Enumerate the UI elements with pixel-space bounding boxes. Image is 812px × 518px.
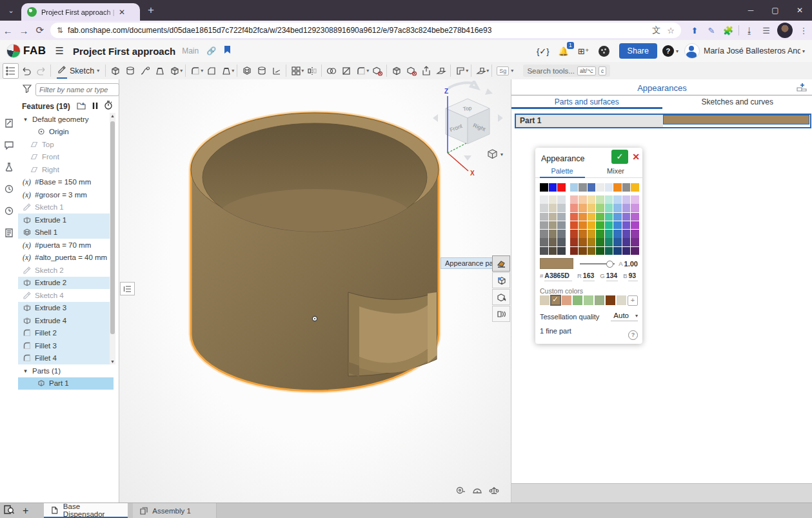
- feature-list-toggle-icon[interactable]: [3, 63, 19, 79]
- palette-swatch[interactable]: [631, 204, 639, 212]
- tab-sketches-and-curves[interactable]: Sketches and curves: [662, 95, 812, 109]
- part-appearance-row[interactable]: Part 1: [515, 114, 811, 128]
- palette-swatch[interactable]: [579, 204, 587, 212]
- measure-panel-button[interactable]: [492, 306, 510, 322]
- appearance-panel-button[interactable]: [492, 255, 510, 272]
- palette-swatch[interactable]: [549, 238, 557, 246]
- tab-search-icon[interactable]: ⌄: [3, 3, 19, 17]
- protractor-icon[interactable]: [472, 485, 482, 498]
- feature-row[interactable]: (x)#grosor = 3 mm: [18, 188, 114, 201]
- quick-color-swatch[interactable]: [549, 183, 557, 192]
- palette-swatch[interactable]: [605, 230, 613, 238]
- tab-mixer[interactable]: Mixer: [589, 167, 642, 177]
- palette-swatch[interactable]: [570, 238, 579, 246]
- palette-swatch[interactable]: [549, 204, 557, 212]
- translate-icon[interactable]: 文: [652, 25, 660, 36]
- palette-swatch[interactable]: [570, 213, 579, 221]
- boolean-icon[interactable]: [324, 64, 339, 78]
- new-tab-button[interactable]: +: [148, 4, 154, 17]
- palette-swatch[interactable]: [613, 221, 622, 230]
- copy-link-icon[interactable]: 🔗: [206, 46, 216, 55]
- palette-swatch[interactable]: [613, 247, 622, 255]
- palette-swatch[interactable]: [570, 195, 579, 204]
- custom-color-swatch[interactable]: [562, 295, 571, 305]
- feature-row[interactable]: Right: [18, 163, 114, 176]
- palette-swatch[interactable]: [557, 204, 566, 212]
- palette-swatch[interactable]: [549, 230, 557, 238]
- palette-swatch[interactable]: [622, 230, 631, 238]
- replace-face-icon[interactable]: [404, 64, 419, 78]
- palette-swatch[interactable]: [579, 247, 587, 255]
- extension-box-icon[interactable]: ⬆: [686, 26, 703, 35]
- palette-swatch[interactable]: [557, 213, 566, 221]
- quick-color-swatch[interactable]: [613, 183, 622, 192]
- palette-swatch[interactable]: [579, 195, 587, 204]
- chevron-down-icon[interactable]: ▾: [22, 116, 29, 123]
- document-edit-icon[interactable]: [4, 118, 14, 131]
- feature-row[interactable]: Shell 1: [18, 226, 114, 239]
- palette-swatch[interactable]: [605, 247, 613, 255]
- feature-row[interactable]: Fillet 3: [18, 339, 114, 352]
- palette-swatch[interactable]: [549, 221, 557, 230]
- help-caret-icon[interactable]: ▾: [676, 48, 678, 54]
- green-input[interactable]: 134: [606, 272, 618, 281]
- palette-swatch[interactable]: [605, 221, 613, 230]
- browser-menu-icon[interactable]: ⋮: [795, 26, 812, 35]
- comments-icon[interactable]: [4, 140, 14, 153]
- tab-parts-and-surfaces[interactable]: Parts and surfaces: [511, 95, 662, 109]
- palette-swatch[interactable]: [613, 230, 622, 238]
- workspace-label[interactable]: Main: [182, 46, 199, 55]
- scrollbar-thumb[interactable]: [110, 121, 115, 334]
- suspend-icon[interactable]: [92, 101, 98, 112]
- feature-row[interactable]: Front: [18, 151, 114, 164]
- fab-logo-icon[interactable]: [6, 44, 21, 58]
- feature-row[interactable]: Extrude 2: [18, 277, 114, 290]
- palette-swatch[interactable]: [605, 213, 613, 221]
- palette-swatch[interactable]: [622, 213, 631, 221]
- reading-list-icon[interactable]: ☰: [758, 26, 775, 35]
- palette-swatch[interactable]: [570, 230, 579, 238]
- sweep-icon[interactable]: [137, 64, 152, 78]
- filter-funnel-icon[interactable]: [23, 84, 32, 95]
- custom-color-swatch[interactable]: [573, 295, 582, 305]
- hole-icon[interactable]: [254, 64, 269, 78]
- tape-measure-icon[interactable]: [455, 485, 466, 498]
- sketch-group-button[interactable]: Sg: [497, 66, 509, 75]
- model-viewport[interactable]: Top Front Right Z X ▾ Appearance panel: [119, 79, 511, 503]
- share-button[interactable]: Share: [619, 43, 657, 59]
- palette-swatch[interactable]: [622, 195, 631, 204]
- palette-swatch[interactable]: [622, 247, 631, 255]
- palette-swatch[interactable]: [588, 204, 596, 212]
- close-button[interactable]: ✕: [787, 6, 812, 15]
- delete-face-icon[interactable]: [370, 64, 384, 78]
- follow-mode-icon[interactable]: [4, 184, 14, 197]
- maximize-button[interactable]: ▢: [763, 6, 787, 15]
- tab-close-icon[interactable]: ✕: [119, 8, 125, 17]
- palette-swatch[interactable]: [613, 213, 622, 221]
- view-options-menu[interactable]: ▾: [487, 149, 503, 159]
- palette-swatch[interactable]: [549, 247, 557, 255]
- palette-swatch[interactable]: [588, 213, 596, 221]
- forward-icon[interactable]: →: [16, 25, 32, 36]
- app-store-grid-icon[interactable]: ⊞⁺: [578, 46, 589, 56]
- tab-assembly[interactable]: Assembly 1: [133, 503, 217, 518]
- quick-color-swatch[interactable]: [570, 183, 579, 192]
- quick-color-swatch[interactable]: [557, 183, 566, 192]
- manage-tabs-icon[interactable]: [3, 504, 15, 517]
- quick-color-swatch[interactable]: [579, 183, 587, 192]
- palette-swatch[interactable]: [613, 195, 622, 204]
- palette-swatch[interactable]: [613, 238, 622, 246]
- confirm-button[interactable]: ✓: [611, 150, 628, 164]
- help-button[interactable]: ?: [662, 45, 674, 57]
- filter-input[interactable]: [35, 83, 119, 96]
- custom-color-swatch[interactable]: [584, 295, 593, 305]
- palette-swatch[interactable]: [540, 204, 548, 212]
- featurescript-check-icon[interactable]: {✓}: [537, 46, 550, 56]
- palette-swatch[interactable]: [557, 238, 566, 246]
- tab-palette[interactable]: Palette: [535, 167, 589, 177]
- scroll-up-icon[interactable]: ▲: [110, 114, 115, 118]
- quick-color-swatch[interactable]: [596, 183, 604, 192]
- custom-color-swatch[interactable]: [551, 295, 560, 305]
- feature-row[interactable]: Sketch 4: [18, 289, 114, 302]
- shell-icon[interactable]: [239, 64, 254, 78]
